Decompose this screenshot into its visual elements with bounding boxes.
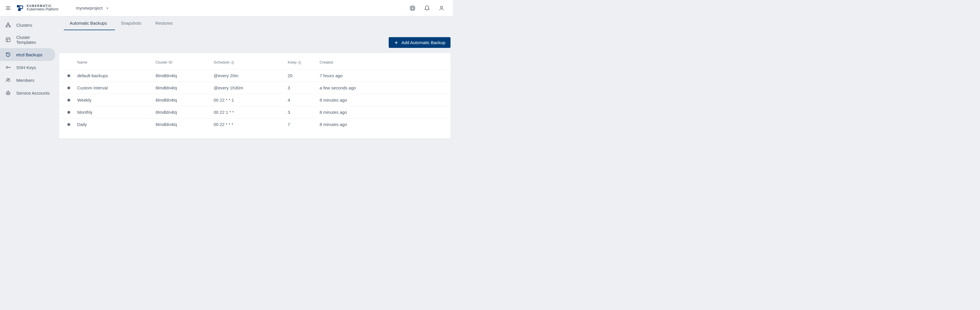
cell-cluster-id: 6lmdldn4tq [152, 69, 210, 81]
backups-table: Name Cluster ID Schedulei Keepi Created … [59, 56, 450, 130]
chevron-down-icon [106, 6, 109, 10]
svg-rect-14 [6, 26, 8, 27]
cell-keep: 4 [284, 94, 316, 106]
lifebuoy-icon [409, 5, 416, 11]
members-icon [5, 78, 11, 83]
top-bar: KUBERMATIC Kubernetes Platform mynewproj… [0, 0, 453, 16]
key-icon [5, 65, 11, 70]
svg-point-23 [7, 78, 8, 80]
table-row[interactable]: default-backups6lmdldn4tq@every 20m207 h… [59, 69, 450, 81]
cell-created: 8 minutes ago [316, 118, 450, 130]
svg-point-7 [411, 7, 414, 9]
sidebar-item-label: Cluster Templates [16, 35, 50, 45]
cell-keep: 3 [284, 106, 316, 118]
svg-point-12 [441, 6, 443, 8]
backup-history-icon [5, 52, 11, 57]
cell-cluster-id: 6lmdldn4tq [152, 94, 210, 106]
svg-rect-15 [9, 26, 10, 27]
status-dot-icon [67, 74, 70, 77]
svg-rect-5 [18, 8, 21, 11]
cell-cluster-id: 6lmdldn4tq [152, 81, 210, 94]
sidebar-item-cluster-templates[interactable]: Cluster Templates [0, 31, 55, 48]
table-row[interactable]: Custom Interval6lmdldn4tq@every 1h30m3a … [59, 81, 450, 94]
svg-rect-4 [19, 5, 23, 9]
col-keep: Keepi [284, 56, 316, 69]
svg-point-26 [7, 93, 8, 94]
add-button-label: Add Automatic Backup [401, 40, 445, 45]
table-row[interactable]: Daily6lmdldn4tq00 22 * * *78 minutes ago [59, 118, 450, 130]
sidebar-item-label: Service Accounts [16, 91, 49, 95]
project-name: mynewproject [76, 5, 103, 10]
content: Automatic Backups Snapshots Restores Add… [57, 16, 453, 145]
cell-name: Daily [74, 118, 152, 130]
cell-created: 8 minutes ago [316, 106, 450, 118]
cell-keep: 3 [284, 81, 316, 94]
tab-snapshots[interactable]: Snapshots [115, 16, 150, 30]
sidebar-item-service-accounts[interactable]: Service Accounts [0, 86, 55, 99]
col-created: Created [316, 56, 450, 69]
project-selector[interactable]: mynewproject [76, 5, 109, 10]
tab-restores[interactable]: Restores [150, 16, 181, 30]
notifications-button[interactable] [424, 5, 430, 11]
info-icon[interactable]: i [298, 60, 302, 65]
cell-schedule: 00 22 * * * [210, 118, 284, 130]
table-header-row: Name Cluster ID Schedulei Keepi Created [59, 56, 450, 69]
sidebar-item-etcd-backups[interactable]: etcd Backups [0, 48, 55, 61]
col-cluster-id: Cluster ID [152, 56, 210, 69]
sidebar-item-ssh-keys[interactable]: SSH Keys [0, 61, 55, 74]
cell-cluster-id: 6lmdldn4tq [152, 118, 210, 130]
cell-cluster-id: 6lmdldn4tq [152, 106, 210, 118]
table-row[interactable]: Monthly6lmdldn4tq00 22 1 * *38 minutes a… [59, 106, 450, 118]
template-icon [5, 37, 11, 42]
sidebar-item-clusters[interactable]: Clusters [0, 19, 55, 31]
top-actions [409, 5, 448, 11]
cell-created: a few seconds ago [316, 81, 450, 94]
svg-point-24 [9, 78, 10, 79]
table-row[interactable]: Weekly6lmdldn4tq00 22 * * 148 minutes ag… [59, 94, 450, 106]
status-dot-icon [67, 99, 70, 102]
svg-rect-16 [6, 38, 10, 42]
menu-toggle-button[interactable] [5, 5, 12, 12]
cell-name: Monthly [74, 106, 152, 118]
svg-rect-3 [17, 5, 19, 7]
backups-table-card: Name Cluster ID Schedulei Keepi Created … [59, 53, 450, 138]
cell-created: 8 minutes ago [316, 94, 450, 106]
tabs: Automatic Backups Snapshots Restores [59, 16, 450, 30]
cell-name: default-backups [74, 69, 152, 81]
svg-point-29 [8, 91, 8, 91]
brand-line2: Kubernetes Platform [27, 8, 58, 11]
cell-keep: 20 [284, 69, 316, 81]
sidebar-item-label: etcd Backups [16, 52, 42, 57]
add-automatic-backup-button[interactable]: Add Automatic Backup [389, 37, 450, 48]
help-button[interactable] [409, 5, 416, 11]
col-schedule: Schedulei [210, 56, 284, 69]
svg-point-27 [8, 93, 9, 94]
svg-rect-25 [6, 92, 10, 95]
sidebar-item-label: SSH Keys [16, 65, 36, 70]
status-dot-icon [67, 111, 70, 114]
actions-row: Add Automatic Backup [59, 30, 450, 53]
brand-logo[interactable]: KUBERMATIC Kubernetes Platform [16, 4, 58, 12]
kubermatic-logo-icon [16, 4, 24, 12]
cell-name: Weekly [74, 94, 152, 106]
cell-schedule: 00 22 1 * * [210, 106, 284, 118]
hamburger-icon [5, 5, 11, 11]
account-button[interactable] [438, 5, 445, 11]
svg-rect-13 [8, 23, 9, 24]
cell-schedule: @every 1h30m [210, 81, 284, 94]
user-icon [439, 5, 444, 11]
cell-schedule: @every 20m [210, 69, 284, 81]
bell-icon [424, 5, 430, 11]
cell-name: Custom Interval [74, 81, 152, 94]
cell-schedule: 00 22 * * 1 [210, 94, 284, 106]
sidebar-item-members[interactable]: Members [0, 74, 55, 86]
col-name: Name [74, 56, 152, 69]
info-icon[interactable]: i [231, 60, 235, 65]
sidebar-item-label: Clusters [16, 23, 32, 27]
status-dot-icon [67, 123, 70, 126]
robot-icon [5, 90, 11, 95]
status-dot-icon [67, 86, 70, 89]
clusters-icon [5, 22, 11, 27]
cell-created: 7 hours ago [316, 69, 450, 81]
tab-automatic-backups[interactable]: Automatic Backups [64, 16, 115, 30]
